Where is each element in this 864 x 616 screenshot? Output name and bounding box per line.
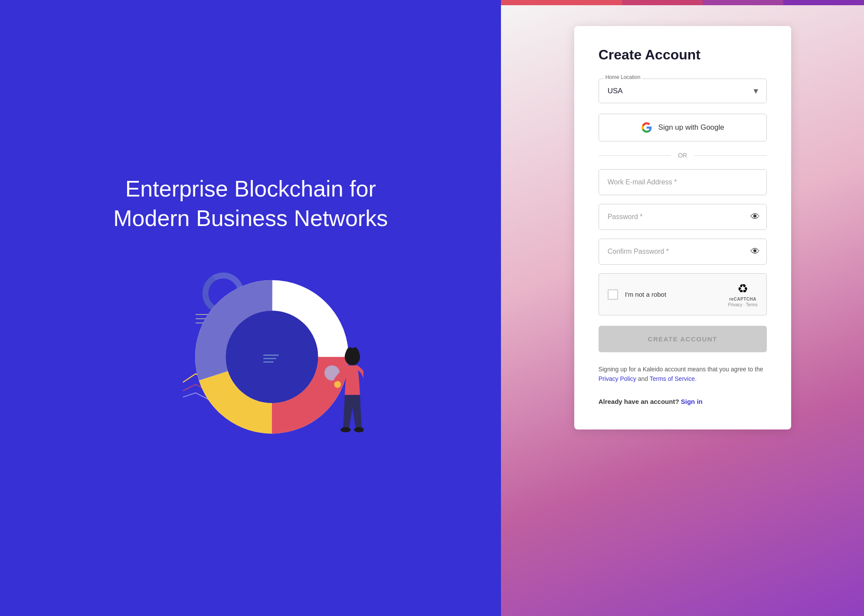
svg-point-16 [317,375,327,385]
or-label: OR [678,152,687,159]
svg-point-19 [340,427,350,432]
accent-bar-3 [703,0,783,5]
already-account-text: Already have an account? [599,398,679,405]
google-signup-button[interactable]: Sign up with Google [599,114,767,141]
password-input[interactable] [599,204,767,230]
password-field-wrap: 👁 [599,204,767,230]
accent-bar-1 [501,0,622,5]
left-panel: Enterprise Blockchain forModern Business… [0,0,501,616]
password-toggle-icon[interactable]: 👁 [750,211,760,223]
sign-in-link[interactable]: Sign in [681,398,703,405]
recaptcha-right: ♻ reCAPTCHA Privacy · Terms [728,282,758,307]
right-panel: Create Account Home Location USA UK Cana… [501,0,864,616]
email-field-wrap [599,169,767,195]
email-input[interactable] [599,169,767,195]
svg-point-20 [354,427,363,432]
privacy-policy-link[interactable]: Privacy Policy [599,375,636,382]
top-accent-bars [501,0,864,5]
recaptcha-brand-label: reCAPTCHA [729,297,756,301]
terms-text-after: . [695,375,697,382]
recaptcha-links: Privacy · Terms [728,302,758,307]
accent-bar-4 [783,0,864,5]
home-location-select[interactable]: USA UK Canada Australia Germany France J… [599,79,767,103]
confirm-password-field-wrap: 👁 [599,239,767,265]
accent-bar-2 [622,0,703,5]
recaptcha-checkbox[interactable] [608,289,618,300]
home-location-label: Home Location [604,74,642,80]
form-card: Create Account Home Location USA UK Cana… [574,26,791,429]
illustration [138,259,363,442]
svg-point-17 [334,381,341,388]
or-divider: OR [599,152,767,159]
terms-text-before: Signing up for a Kaleido account means t… [599,366,763,373]
confirm-password-toggle-icon[interactable]: 👁 [750,246,760,257]
recaptcha-logo-icon: ♻ [737,282,748,296]
terms-of-service-link[interactable]: Terms of Service [650,375,695,382]
recaptcha-left: I'm not a robot [608,289,666,300]
confirm-password-input[interactable] [599,239,767,265]
sign-in-prompt: Already have an account? Sign in [599,398,767,405]
create-account-button[interactable]: CREATE ACCOUNT [599,326,767,352]
svg-point-11 [226,311,318,403]
home-location-field: Home Location USA UK Canada Australia Ge… [599,79,767,103]
form-title: Create Account [599,47,767,63]
hero-title: Enterprise Blockchain forModern Business… [113,174,388,233]
google-btn-label: Sign up with Google [658,123,724,132]
terms-text-and: and [636,375,650,382]
recaptcha-box: I'm not a robot ♻ reCAPTCHA Privacy · Te… [599,273,767,315]
terms-text: Signing up for a Kaleido account means t… [599,364,767,384]
recaptcha-label: I'm not a robot [625,291,666,298]
google-icon [641,122,652,133]
